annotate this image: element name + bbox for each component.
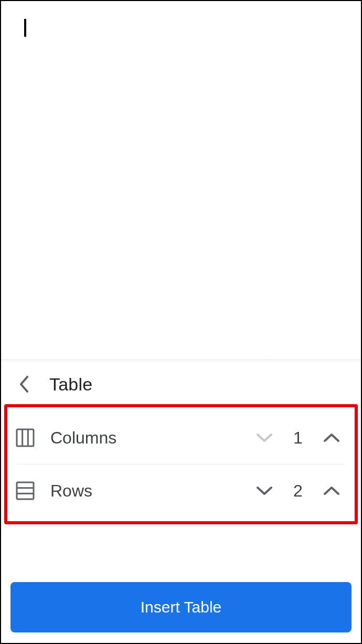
app-frame: Table Columns [0,0,362,644]
columns-stepper: 1 [253,426,347,449]
svg-rect-0 [17,429,34,446]
table-insert-panel: Table Columns [1,363,361,643]
columns-icon [15,427,36,448]
panel-header: Table [1,363,361,404]
chevron-left-icon [19,376,29,393]
columns-label: Columns [50,428,238,448]
svg-rect-3 [17,482,34,499]
chevron-up-icon [324,433,339,442]
highlight-box: Columns 1 [4,404,358,524]
insert-table-button[interactable]: Insert Table [10,582,352,632]
text-cursor [24,19,26,37]
spacer [1,524,361,582]
insert-table-label: Insert Table [141,598,222,616]
panel-shadow [1,359,361,363]
columns-increase-button[interactable] [320,426,343,449]
rows-label: Rows [50,481,238,501]
chevron-up-icon [324,486,339,495]
chevron-down-icon [257,486,272,495]
rows-value: 2 [291,481,305,501]
chevron-down-icon [257,433,272,442]
rows-increase-button[interactable] [320,479,343,502]
document-area[interactable] [1,1,361,359]
rows-stepper: 2 [253,479,347,502]
columns-value: 1 [291,428,305,448]
columns-row: Columns 1 [15,411,347,464]
rows-icon [15,480,36,501]
rows-decrease-button[interactable] [253,479,276,502]
columns-decrease-button[interactable] [253,426,276,449]
rows-row: Rows 2 [15,464,347,517]
back-button[interactable] [14,374,35,395]
panel-title: Table [49,374,92,395]
